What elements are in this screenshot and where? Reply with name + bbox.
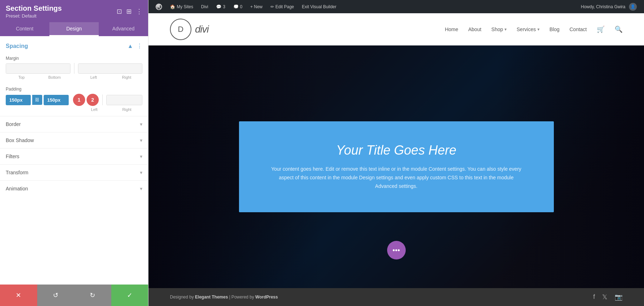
nav-contact-label: Contact [570,26,587,32]
margin-left-input[interactable] [78,64,143,73]
footer-designed-by: Designed by [170,295,195,300]
hero-area: Your Title Goes Here Your content goes h… [148,45,644,288]
padding-left-input[interactable] [107,95,142,105]
padding-right-label: Right [111,107,142,112]
user-avatar: 👤 [629,3,637,11]
comments-count-item[interactable]: 💬 3 [213,3,228,11]
margin-top-input[interactable] [6,64,70,73]
footer-wordpress: WordPress [255,295,278,300]
cart-icon[interactable]: 🛒 [597,25,605,33]
filters-chevron-icon: ▾ [140,154,142,159]
tab-content[interactable]: Content [0,22,49,36]
instagram-icon[interactable]: 📷 [615,293,623,301]
padding-left-label: Left [79,107,110,112]
edit-page-label: Edit Page [275,4,294,9]
footer-text: Designed by Elegant Themes | Powered by … [170,295,278,300]
footer-social-icons: f 𝕏 📷 [593,293,623,301]
animation-section[interactable]: Animation ▾ [0,180,148,196]
margin-top-bottom-pair: ⛓ [6,63,70,74]
logo-text: divi [195,24,209,35]
site-nav: Home About Shop ▾ Services ▾ Blog Contac… [445,25,623,33]
margin-group: Margin ⛓ ⛓ Top Bottom [0,53,148,84]
footer-elegant-themes: Elegant Themes [195,295,228,300]
filters-section[interactable]: Filters ▾ [0,148,148,164]
border-title: Border [6,121,21,127]
margin-inputs-row: ⛓ ⛓ [6,63,142,74]
padding-label: Padding [6,87,142,92]
padding-left-right-pair: ⛓ [106,95,142,105]
bubble-count-item[interactable]: 💭 0 [230,3,245,11]
house-icon: 🏠 [170,4,175,9]
logo-d-letter: D [178,25,184,34]
facebook-icon[interactable]: f [593,293,595,301]
padding-top-input[interactable] [6,95,31,105]
padding-badge-1[interactable]: 1 [73,94,85,106]
padding-inputs-row: ⛓ 1 2 ⛓ [6,94,142,106]
nav-contact[interactable]: Contact [570,26,587,32]
nav-home-label: Home [445,26,458,32]
animation-chevron-icon: ▾ [140,186,142,191]
floating-action-button[interactable]: ••• [387,241,406,259]
padding-bottom-input[interactable] [44,95,69,105]
padding-badge-2[interactable]: 2 [87,94,99,106]
collapse-spacing-icon[interactable]: ▲ [127,43,133,49]
left-settings-panel: Section Settings Preset: Default ⊡ ⊞ ⋮ C… [0,0,148,306]
divi-item[interactable]: Divi [198,3,211,11]
box-shadow-section[interactable]: Box Shadow ▾ [0,132,148,148]
panel-body: Spacing ▲ ⋮ Margin ⛓ ⛓ [0,36,148,285]
cancel-button[interactable]: ✕ [0,285,37,306]
redo-button[interactable]: ↻ [74,285,111,306]
columns-icon[interactable]: ⊞ [126,8,132,15]
my-sites-item[interactable]: 🏠 My Sites [167,3,196,11]
nav-blog[interactable]: Blog [550,26,560,32]
user-greeting: Howdy, Christina Gwira 👤 [578,1,640,12]
panel-title: Section Settings [6,4,62,13]
search-icon[interactable]: 🔍 [615,25,623,33]
wp-bar-right: Howdy, Christina Gwira 👤 [578,1,640,12]
wp-logo-item[interactable] [153,2,165,11]
padding-link-icon[interactable]: ⛓ [32,95,42,105]
padding-top-bottom-group: ⛓ [6,95,69,105]
exit-visual-builder-item[interactable]: Exit Visual Builder [299,3,340,11]
comment-count: 3 [223,4,225,9]
twitter-icon[interactable]: 𝕏 [602,293,608,301]
margin-bottom-label: Bottom [39,75,70,79]
bubble-icon: 💭 [233,4,239,9]
padding-sub-labels: Left Right [6,107,142,112]
spacing-header-icons: ▲ ⋮ [127,43,142,49]
transform-title: Transform [6,170,28,175]
new-item[interactable]: + New [247,3,265,11]
spacing-title: Spacing [6,43,28,49]
panel-header-left: Section Settings Preset: Default [6,4,62,19]
panel-header-icons: ⊡ ⊞ ⋮ [117,8,142,15]
expand-icon[interactable]: ⊡ [117,8,122,15]
more-icon[interactable]: ⋮ [136,8,142,15]
nav-about[interactable]: About [468,26,482,32]
nav-home[interactable]: Home [445,26,458,32]
shop-dropdown-icon: ▾ [504,27,507,32]
margin-top-label: Top [6,75,37,79]
panel-tabs: Content Design Advanced [0,22,148,36]
margin-left-label: Left [78,75,109,79]
nav-shop[interactable]: Shop ▾ [491,26,507,32]
edit-page-item[interactable]: ✏ Edit Page [268,3,297,11]
site-header: D divi Home About Shop ▾ Services ▾ Blog [148,13,644,45]
border-chevron-icon: ▾ [140,121,142,127]
tab-design[interactable]: Design [49,22,99,36]
border-section[interactable]: Border ▾ [0,116,148,132]
site-logo[interactable]: D divi [170,19,209,40]
tab-advanced[interactable]: Advanced [99,22,148,36]
undo-button[interactable]: ↺ [37,285,74,306]
margin-left-right-pair: ⛓ [78,63,143,74]
nav-services[interactable]: Services ▾ [517,26,540,32]
padding-top-pair [6,95,31,105]
footer-powered-by: | Powered by [229,295,255,300]
hero-body-text: Your content goes here. Edit or remove t… [271,165,522,190]
save-button[interactable]: ✓ [111,285,148,306]
box-shadow-chevron-icon: ▾ [140,137,142,143]
wp-admin-bar: 🏠 My Sites Divi 💬 3 💭 0 + New ✏ Edit Pag… [148,0,644,13]
nav-about-label: About [468,26,482,32]
spacing-options-icon[interactable]: ⋮ [137,43,142,49]
exit-builder-label: Exit Visual Builder [302,4,337,9]
transform-section[interactable]: Transform ▾ [0,164,148,180]
